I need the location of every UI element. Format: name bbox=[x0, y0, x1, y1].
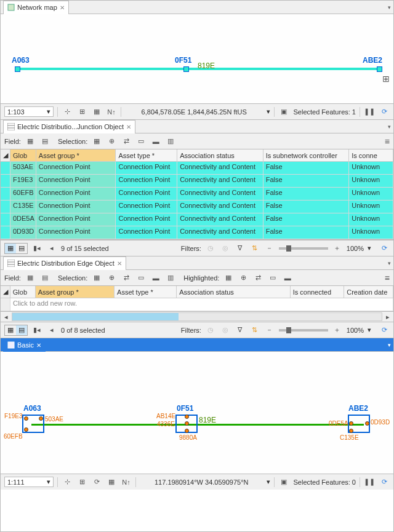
highlight-tool4-icon[interactable]: ▭ bbox=[267, 272, 278, 284]
field-show-icon[interactable]: ▦ bbox=[25, 272, 36, 284]
view-all-icon[interactable]: ▦ bbox=[5, 244, 16, 253]
dot-0de5a[interactable] bbox=[349, 421, 353, 426]
table-icon[interactable]: ⊞ bbox=[382, 74, 390, 84]
view-toggle[interactable]: ▦ ▤ bbox=[4, 243, 28, 254]
delete-selection-icon[interactable]: ▬ bbox=[150, 272, 161, 284]
table-row[interactable]: C135EConnection PointConnection PointCon… bbox=[1, 200, 393, 213]
row-handle[interactable] bbox=[1, 213, 10, 226]
tab-edge-object[interactable]: Electric Distribution Edge Object ✕ bbox=[3, 256, 126, 270]
col-connected[interactable]: Is connected bbox=[291, 286, 345, 298]
refresh-icon[interactable]: ⟳ bbox=[379, 106, 390, 117]
pane-menu-icon[interactable]: ▾ bbox=[388, 260, 391, 266]
select-by-attr-icon[interactable]: ▦ bbox=[91, 272, 102, 284]
col-asset-type[interactable]: Asset type * bbox=[115, 286, 177, 298]
add-row[interactable]: Click to add new row. bbox=[1, 298, 393, 311]
table2-hscroll[interactable]: ◂ ▸ bbox=[1, 312, 393, 322]
zoom-in-icon[interactable]: ＋ bbox=[332, 243, 343, 254]
grid-tool-icon[interactable]: ⊞ bbox=[76, 106, 87, 117]
row-handle[interactable] bbox=[1, 188, 10, 200]
zoom-in-icon[interactable]: ＋ bbox=[332, 325, 343, 336]
north-arrow-icon[interactable]: N↑ bbox=[106, 106, 117, 117]
col-glob[interactable]: Glob bbox=[10, 286, 36, 298]
view-toggle[interactable]: ▦ ▤ bbox=[4, 325, 28, 336]
time-filter-icon[interactable]: ◷ bbox=[205, 243, 216, 254]
highlight-tool3-icon[interactable]: ⇄ bbox=[252, 272, 263, 284]
clear-selection-icon[interactable]: ▭ bbox=[135, 272, 147, 284]
scale-select[interactable]: 1:111▾ bbox=[4, 477, 54, 487]
dot-c135e[interactable] bbox=[349, 429, 353, 433]
map2-canvas[interactable]: A063 0F51 ABE2 819E F19E3 503AE 60EFB AB… bbox=[1, 352, 393, 474]
dot-60efb[interactable] bbox=[24, 427, 28, 432]
dot-ab14e[interactable] bbox=[185, 415, 189, 419]
zoom-slider[interactable] bbox=[279, 247, 328, 250]
row-handle[interactable] bbox=[1, 162, 10, 174]
switch-selection-icon[interactable]: ⇄ bbox=[121, 272, 132, 284]
north-arrow-icon[interactable]: N↑ bbox=[121, 477, 132, 488]
col-asset-group[interactable]: Asset group * bbox=[36, 149, 116, 161]
switch-selection-icon[interactable]: ⇄ bbox=[121, 136, 132, 147]
funnel-filter-icon[interactable]: ∇ bbox=[235, 325, 246, 336]
grid-tool-icon[interactable]: ⊞ bbox=[76, 477, 87, 488]
col-association[interactable]: Association status bbox=[177, 149, 263, 161]
scale-tool-icon[interactable]: ⊹ bbox=[62, 477, 73, 488]
chevron-down-icon[interactable]: ▾ bbox=[267, 478, 270, 486]
col-asset-group[interactable]: Asset group * bbox=[36, 286, 115, 298]
clear-selection-icon[interactable]: ▭ bbox=[135, 136, 147, 147]
dot-0d93d[interactable] bbox=[365, 421, 369, 426]
close-icon[interactable]: ✕ bbox=[36, 342, 41, 349]
row-handle[interactable] bbox=[1, 175, 10, 187]
scroll-sync-icon[interactable]: ⇅ bbox=[249, 325, 260, 336]
map1-canvas[interactable]: A063 0F51 ABE2 819E ⊞ bbox=[1, 14, 393, 103]
close-icon[interactable]: ✕ bbox=[117, 260, 122, 267]
legend-tool-icon[interactable]: ▦ bbox=[106, 477, 117, 488]
first-record-icon[interactable]: ▮◂ bbox=[31, 243, 42, 254]
refresh-icon[interactable]: ⟳ bbox=[379, 477, 390, 488]
prev-record-icon[interactable]: ◂ bbox=[46, 243, 57, 254]
close-icon[interactable]: ✕ bbox=[126, 124, 131, 130]
table-row[interactable]: 0D93DConnection PointConnection PointCon… bbox=[1, 226, 393, 239]
highlight-tool5-icon[interactable]: ▬ bbox=[282, 272, 293, 284]
field-alias-icon[interactable]: ▤ bbox=[39, 136, 50, 147]
tab-basic[interactable]: Basic ✕ bbox=[3, 338, 46, 352]
view-all-icon[interactable]: ▦ bbox=[5, 325, 16, 335]
scroll-right-icon[interactable]: ▸ bbox=[382, 311, 393, 322]
scale-tool-icon[interactable]: ⊹ bbox=[62, 106, 73, 117]
first-record-icon[interactable]: ▮◂ bbox=[31, 325, 42, 336]
hamburger-icon[interactable]: ≡ bbox=[385, 273, 390, 283]
field-show-icon[interactable]: ▦ bbox=[25, 136, 36, 147]
pane-menu-icon[interactable]: ▾ bbox=[388, 4, 391, 10]
zoom-out-icon[interactable]: － bbox=[264, 325, 275, 336]
col-connected[interactable]: Is conne bbox=[349, 149, 393, 161]
col-subnetwork[interactable]: Is subnetwork controller bbox=[263, 149, 350, 161]
table-row[interactable]: F19E3Connection PointConnection PointCon… bbox=[1, 175, 393, 188]
select-by-attr-icon[interactable]: ▦ bbox=[91, 136, 102, 147]
scale-select[interactable]: 1:103▾ bbox=[4, 106, 54, 117]
copy-selection-icon[interactable]: ▥ bbox=[165, 272, 176, 284]
hamburger-icon[interactable]: ≡ bbox=[385, 137, 390, 146]
table-row[interactable]: 0DE5AConnection PointConnection PointCon… bbox=[1, 213, 393, 226]
row-handle[interactable] bbox=[1, 200, 10, 213]
scroll-sync-icon[interactable]: ⇅ bbox=[249, 243, 260, 254]
dot-9880a[interactable] bbox=[185, 429, 189, 433]
dot-503ae[interactable] bbox=[39, 416, 43, 421]
selection-icon[interactable]: ▣ bbox=[278, 477, 289, 488]
legend-tool-icon[interactable]: ▦ bbox=[91, 106, 102, 117]
table-row[interactable]: 503AEConnection PointConnection PointCon… bbox=[1, 162, 393, 175]
refresh-icon[interactable]: ⟳ bbox=[379, 325, 390, 336]
zoom-to-icon[interactable]: ⊕ bbox=[106, 272, 117, 284]
copy-selection-icon[interactable]: ▥ bbox=[165, 136, 176, 147]
scroll-left-icon[interactable]: ◂ bbox=[1, 311, 12, 322]
map1-node-abe2[interactable] bbox=[377, 66, 382, 72]
zoom-to-icon[interactable]: ⊕ bbox=[106, 136, 117, 147]
highlight-tool2-icon[interactable]: ⊕ bbox=[238, 272, 249, 284]
table-row[interactable]: 60EFBConnection PointConnection PointCon… bbox=[1, 188, 393, 200]
field-alias-icon[interactable]: ▤ bbox=[39, 272, 50, 284]
map1-node-a063[interactable] bbox=[15, 66, 20, 72]
tab-network-map[interactable]: Network map ✕ bbox=[3, 1, 69, 14]
col-glob[interactable]: Glob bbox=[10, 149, 36, 161]
view-selected-icon[interactable]: ▤ bbox=[16, 325, 27, 335]
extent-filter-icon[interactable]: ◎ bbox=[220, 325, 231, 336]
col-creation-date[interactable]: Creation date bbox=[344, 286, 393, 298]
pane-menu-icon[interactable]: ▾ bbox=[388, 124, 391, 130]
pause-icon[interactable]: ❚❚ bbox=[364, 106, 375, 117]
